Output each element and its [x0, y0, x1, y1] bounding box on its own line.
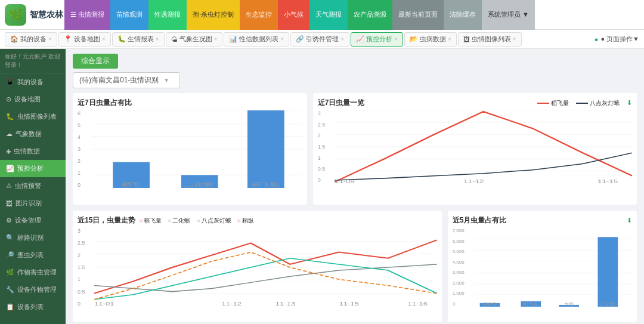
- logo-area: 🌿 智慧农林: [5, 4, 64, 26]
- trend-chart-area: 3 2.5 2 1.5 1 0.5 0: [78, 228, 437, 317]
- tab-my-devices[interactable]: 🏠我的设备×: [5, 32, 57, 47]
- sidebar-item-pest-list[interactable]: 🔎查虫列表: [0, 246, 66, 264]
- sidebar-item-device-list[interactable]: 📋设备列表: [0, 298, 66, 316]
- svg-text:11-09: 11-09: [335, 179, 355, 183]
- trend-legend: ○稻飞量 ○二化螟 ○八点灰灯蛾 ○稻纵: [139, 217, 253, 225]
- sidebar-user-greeting: 你好！元元帆户 欢迎登录！: [0, 49, 66, 73]
- tab-lure-mgmt[interactable]: 🔗引诱件管理×: [290, 32, 349, 47]
- tab-pest-data[interactable]: 📂虫病数据×: [404, 32, 457, 47]
- trend-y-axis: 3 2.5 2 1.5 1 0.5 0: [78, 228, 85, 307]
- nav-tab-seedling[interactable]: 苗情观测: [110, 0, 148, 30]
- svg-text:稻纵卷: 稻纵卷: [482, 302, 497, 307]
- nav-tab-ecology[interactable]: 生态监控: [240, 0, 278, 30]
- bottom-charts-row: 近15日，虫量走势 ○稻飞量 ○二化螟 ○八点灰灯蛾 ○稻纵 3 2.5 2 1…: [73, 211, 637, 322]
- svg-text:二化螟: 二化螟: [185, 181, 213, 188]
- trend-chart-header: 近15日，虫量走势 ○稻飞量 ○二化螟 ○八点灰灯蛾 ○稻纵: [78, 215, 437, 226]
- svg-text:11-12: 11-12: [463, 179, 484, 183]
- main-content: 综合显示 (待)海南文昌01-虫情识别 ▼ 近7日虫量占有比 6 5: [66, 49, 644, 324]
- trend-chart-title: 近15日，虫量走势: [78, 215, 135, 226]
- svg-rect-42: [597, 237, 618, 307]
- page-ops[interactable]: ● ● 页面操作▼: [595, 35, 639, 44]
- sidebar-item-device-mgmt[interactable]: ⚙设备管理: [0, 212, 66, 229]
- sidebar-item-image-recognition[interactable]: 🖼图片识别: [0, 195, 66, 212]
- bar-y-axis: 6 5 4 3 2 1 0: [78, 110, 80, 188]
- main-layout: 你好！元元帆户 欢迎登录！ 📱我的设备 ⊙设备地图 🐛虫情图像列表 ☁气象数据 …: [0, 49, 644, 324]
- bar-5month-area: 7,000 6,000 5,000 4,000 3,000 2,000 1,00…: [453, 228, 632, 317]
- svg-text:大损: 大损: [564, 302, 574, 307]
- svg-text:稻飞虱: 稻飞虱: [523, 302, 538, 307]
- svg-text:11-16: 11-16: [407, 301, 428, 307]
- sidebar-item-device-crop[interactable]: 🔧设备作物管理: [0, 281, 66, 298]
- bar-5month-chart: 近5月虫量占有比 ⬇ 7,000 6,000 5,000 4,000 3,000…: [448, 211, 637, 322]
- svg-text:11-15: 11-15: [597, 179, 618, 183]
- tab-sex-data[interactable]: 📊性信数据列表×: [224, 32, 289, 47]
- logo-icon: 🌿: [5, 4, 26, 26]
- sidebar-item-climate-data[interactable]: ☁气象数据: [0, 125, 66, 143]
- nav-tab-current[interactable]: 最新当前页面: [392, 0, 444, 30]
- svg-text:11-13: 11-13: [275, 301, 296, 307]
- tab-pest-images[interactable]: 🖼虫情图像列表×: [458, 32, 522, 47]
- nav-tab-lamp[interactable]: 孢·杀虫灯控制: [187, 0, 240, 30]
- nav-tab-weather[interactable]: 天气测报: [309, 0, 348, 30]
- sidebar: 你好！元元帆户 欢迎登录！ 📱我的设备 ⊙设备地图 🐛虫情图像列表 ☁气象数据 …: [0, 49, 66, 324]
- nav-tab-admin[interactable]: 系统管理员 ▼: [482, 0, 535, 30]
- sidebar-item-pest-warning[interactable]: ⚠虫情预警: [0, 177, 66, 195]
- svg-rect-8: [247, 110, 284, 188]
- sidebar-item-crop-pest[interactable]: 🌿作物害虫管理: [0, 264, 66, 281]
- nav-tab-pest-report[interactable]: ☰虫情测报: [64, 0, 110, 30]
- second-nav: 🏠我的设备× 📍设备地图× 🐛生情报表× 🌤气象生况图× 📊性信数据列表× 🔗引…: [0, 30, 644, 49]
- app-title: 智慧农林: [30, 10, 63, 20]
- line-7day-area: 3 2.5 2 1.5 1 0.5 0: [318, 110, 632, 194]
- nav-tab-climate[interactable]: 小气候: [278, 0, 309, 30]
- nav-tab-sex-lure[interactable]: 性诱测报: [148, 0, 187, 30]
- bar-5month-header: 近5月虫量占有比 ⬇: [453, 215, 632, 226]
- tab-climate-map[interactable]: 🌤气象生况图×: [166, 32, 223, 47]
- 综合显示-bar: 综合显示: [73, 54, 637, 69]
- svg-text:稻飞: 稻飞: [122, 181, 140, 188]
- bar-5month-title: 近5月虫量占有比: [453, 215, 507, 226]
- bar-chart-svg: 稻飞 二化螟 稻飞虱: [92, 110, 302, 188]
- bar-chart-area: 6 5 4 3 2 1 0: [78, 110, 302, 200]
- svg-text:三化螟: 三化螟: [600, 302, 615, 307]
- line-chart-7day-title: 近7日虫量一览: [318, 98, 365, 108]
- nav-tab-clear[interactable]: 清除缓存: [444, 0, 482, 30]
- bar-5month-y: 7,000 6,000 5,000 4,000 3,000 2,000 1,00…: [453, 228, 465, 307]
- 综合显示-button[interactable]: 综合显示: [73, 54, 118, 69]
- sidebar-item-pest-data[interactable]: ◈虫情数据: [0, 143, 66, 160]
- line-7day-svg: 11-09 11-12 11-15: [335, 110, 632, 183]
- svg-text:11-15: 11-15: [339, 301, 359, 307]
- line-chart-legend: 稻飞量 八点灰灯蛾 ⬇: [537, 99, 632, 107]
- trend-svg: 11-01 11-12 11-13 11-15 11-16: [94, 228, 437, 307]
- bar-5month-download[interactable]: ⬇: [627, 217, 632, 224]
- tab-device-map[interactable]: 📍设备地图×: [58, 32, 111, 47]
- svg-text:11-12: 11-12: [221, 301, 242, 307]
- sidebar-item-prediction[interactable]: 📈预控分析: [0, 160, 66, 177]
- sidebar-item-pest-images[interactable]: 🐛虫情图像列表: [0, 108, 66, 125]
- line-chart-7day-header: 近7日虫量一览 稻飞量 八点灰灯蛾 ⬇: [318, 98, 632, 108]
- device-filter-select[interactable]: (待)海南文昌01-虫情识别 ▼: [73, 72, 180, 88]
- svg-text:11-01: 11-01: [94, 301, 114, 307]
- sidebar-item-device-map[interactable]: ⊙设备地图: [0, 91, 66, 108]
- line-7day-download[interactable]: ⬇: [627, 99, 632, 107]
- svg-text:稻飞虱: 稻飞虱: [251, 181, 279, 188]
- sidebar-item-route-id[interactable]: 🔍标路识别: [0, 229, 66, 246]
- tab-prediction[interactable]: 📈预控分析×: [351, 32, 403, 47]
- trend-chart: 近15日，虫量走势 ○稻飞量 ○二化螟 ○八点灰灯蛾 ○稻纵 3 2.5 2 1…: [73, 211, 442, 322]
- bar-chart-7day: 近7日虫量占有比 6 5 4 3 2 1 0: [73, 93, 307, 205]
- tab-pest-report[interactable]: 🐛生情报表×: [112, 32, 165, 47]
- line-chart-7day: 近7日虫量一览 稻飞量 八点灰灯蛾 ⬇ 3 2.5 2 1.5 1 0.5: [313, 93, 637, 205]
- line-7day-y: 3 2.5 2 1.5 1 0.5 0: [318, 110, 326, 183]
- bar-chart-title: 近7日虫量占有比: [78, 98, 302, 108]
- nav-tab-product[interactable]: 农产品溯源: [348, 0, 392, 30]
- top-charts-row: 近7日虫量占有比 6 5 4 3 2 1 0: [73, 93, 637, 205]
- bar-5month-svg: 稻纵卷 叶螟 稻飞虱 蛾 大损 三化螟: [474, 228, 632, 307]
- sidebar-item-my-devices[interactable]: 📱我的设备: [0, 73, 66, 91]
- top-header: 🌿 智慧农林 ☰虫情测报 苗情观测 性诱测报 孢·杀虫灯控制 生态监控 小气候 …: [0, 0, 644, 30]
- filter-row: (待)海南文昌01-虫情识别 ▼: [73, 72, 637, 88]
- nav-tabs: ☰虫情测报 苗情观测 性诱测报 孢·杀虫灯控制 生态监控 小气候 天气测报 农产…: [64, 0, 639, 30]
